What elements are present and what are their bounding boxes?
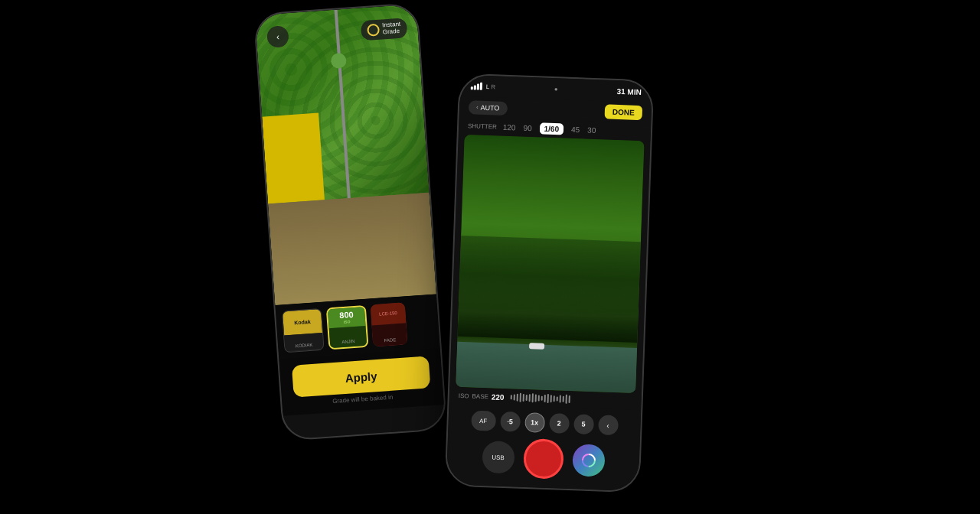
lut-button[interactable] (572, 444, 605, 477)
film-card-kodiak[interactable]: Kodak KODIAK (282, 307, 325, 352)
mic-icon: ● (554, 86, 558, 93)
anjin-label: ANJIN (341, 338, 355, 343)
iso-base-label: BASE (472, 392, 488, 400)
usb-label: USB (492, 454, 505, 461)
shutter-val-45[interactable]: 45 (571, 125, 580, 134)
signal-bar-4 (480, 83, 482, 90)
auto-back-arrow: ‹ (476, 104, 479, 111)
photo-ground (268, 193, 436, 305)
photo2-boat (529, 343, 544, 350)
phone1-filmstrip: Kodak KODIAK 800 ISO ANJIN LCE-150 (275, 294, 439, 359)
phone2-photo-bg (456, 135, 644, 393)
anjin-card-bottom (329, 326, 368, 348)
photo2-trees (457, 236, 640, 343)
shutter-values-list: 120 90 1/60 45 30 (503, 122, 596, 136)
zoom-back-button[interactable]: ‹ (598, 415, 619, 435)
phone2-action-row: USB (446, 432, 640, 485)
phone2-status-right: 31 MIN (616, 86, 642, 96)
shutter-button[interactable] (523, 438, 564, 480)
fade-card-bottom (372, 323, 408, 346)
anjin-iso: ISO (344, 319, 351, 324)
anjin-card-top: 800 ISO (328, 306, 366, 328)
phone2-status-center: ● (554, 86, 558, 93)
instant-grade-label: InstantGrade (382, 21, 401, 36)
fade-card-top: LCE-150 (371, 302, 407, 326)
signal-bar-1 (471, 86, 473, 89)
signal-bar-3 (477, 84, 479, 90)
film-card-fade[interactable]: LCE-150 FADE (371, 302, 408, 346)
signal-bar-2 (474, 85, 476, 89)
zoom-half-button[interactable]: ·5 (500, 412, 521, 432)
phone-right: L R ● 31 MIN ‹ AUTO DONE SHUTTER 120 (445, 73, 655, 493)
phone1-back-button[interactable]: ‹ (266, 25, 289, 48)
carrier-label-2: R (491, 83, 495, 90)
usb-button[interactable]: USB (482, 441, 514, 473)
shutter-label: SHUTTER (468, 122, 497, 130)
shutter-inner-circle (529, 444, 557, 473)
phone-left: ‹ InstantGrade Kod (253, 2, 448, 441)
phone2-photo-area (456, 135, 644, 393)
instant-grade-icon (367, 24, 380, 37)
kodiak-card-top: Kodak (283, 308, 322, 335)
shutter-val-120[interactable]: 120 (503, 123, 516, 132)
signal-bars (471, 82, 482, 90)
zoom-2x-button[interactable]: 2 (549, 413, 570, 434)
lut-icon (580, 453, 596, 469)
fade-label: FADE (384, 337, 396, 343)
photo-yellow-door (262, 113, 325, 204)
iso-label: ISO (459, 392, 469, 399)
af-button[interactable]: AF (471, 411, 496, 431)
iso-value[interactable]: 220 (492, 392, 505, 402)
shutter-val-30[interactable]: 30 (587, 126, 596, 135)
instant-grade-button[interactable]: InstantGrade (361, 18, 408, 41)
shutter-val-160-active[interactable]: 1/60 (539, 122, 564, 135)
phone1-apply-section: Apply Grade will be baked in (279, 347, 444, 416)
carrier-label: L (486, 83, 490, 89)
anjin-number: 800 (339, 311, 354, 320)
phone2-time: 31 MIN (616, 86, 642, 96)
film-card-anjin[interactable]: 800 ISO ANJIN (326, 304, 369, 349)
phone2-bottom-controls: AF ·5 1x 2 5 ‹ (446, 404, 642, 492)
auto-button[interactable]: ‹ AUTO (469, 100, 508, 115)
zoom-5x-button[interactable]: 5 (573, 414, 594, 434)
shutter-val-90[interactable]: 90 (523, 124, 532, 132)
zoom-1x-button[interactable]: 1x (524, 412, 545, 433)
done-button[interactable]: DONE (605, 104, 643, 120)
phone2-signal-group: L R (471, 82, 496, 90)
iso-ticks (510, 392, 632, 406)
photo2-water (456, 341, 637, 393)
